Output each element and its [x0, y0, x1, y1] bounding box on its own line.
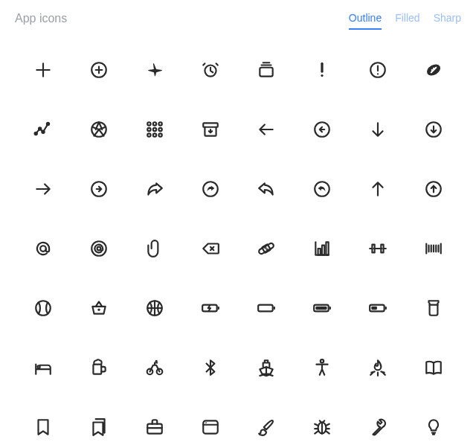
body-icon[interactable]	[300, 348, 344, 387]
arrow-redo-icon[interactable]	[132, 170, 177, 208]
aperture-icon[interactable]	[77, 110, 121, 149]
beaker-icon[interactable]	[411, 289, 456, 327]
build-icon[interactable]	[356, 408, 400, 447]
svg-point-53	[155, 360, 157, 362]
arrow-redo-circle-icon[interactable]	[188, 170, 233, 208]
arrow-down-icon[interactable]	[356, 110, 400, 149]
svg-rect-46	[315, 307, 327, 310]
arrow-back-circle-icon[interactable]	[300, 110, 344, 149]
battery-full-icon[interactable]	[300, 289, 344, 327]
svg-point-5	[376, 73, 378, 74]
american-football-icon[interactable]	[411, 51, 456, 89]
bug-icon[interactable]	[300, 408, 344, 447]
add-icon[interactable]	[21, 51, 65, 89]
briefcase-icon[interactable]	[132, 408, 177, 447]
arrow-up-icon[interactable]	[356, 170, 400, 208]
svg-rect-50	[93, 365, 101, 374]
svg-point-41	[97, 309, 100, 311]
analytics-icon[interactable]	[21, 110, 65, 149]
svg-point-57	[205, 422, 207, 423]
svg-rect-2	[260, 68, 272, 77]
bonfire-icon[interactable]	[356, 348, 400, 387]
svg-point-29	[91, 241, 106, 256]
bicycle-icon[interactable]	[132, 348, 177, 387]
tab-outline[interactable]: Outline	[349, 12, 382, 30]
add-circle-icon[interactable]	[77, 51, 121, 89]
bookmarks-icon[interactable]	[77, 408, 121, 447]
barcode-icon[interactable]	[411, 229, 456, 268]
at-icon[interactable]	[21, 229, 65, 268]
bluetooth-icon[interactable]	[188, 348, 233, 387]
svg-point-3	[321, 74, 323, 77]
book-icon[interactable]	[411, 348, 456, 387]
style-tabs: Outline Filled Sharp	[349, 12, 461, 30]
svg-point-49	[37, 365, 39, 368]
svg-point-14	[158, 122, 161, 125]
icon-grid	[15, 51, 461, 447]
basket-icon[interactable]	[77, 289, 121, 327]
svg-point-28	[40, 246, 46, 252]
arrow-back-icon[interactable]	[244, 110, 289, 149]
svg-point-13	[152, 122, 155, 125]
brush-icon[interactable]	[244, 408, 289, 447]
browser-icon[interactable]	[188, 408, 233, 447]
bulb-icon[interactable]	[411, 408, 456, 447]
alarm-icon[interactable]	[188, 51, 233, 89]
svg-point-54	[320, 359, 323, 362]
svg-point-15	[147, 128, 150, 131]
apps-icon[interactable]	[132, 110, 177, 149]
bar-chart-icon[interactable]	[300, 229, 344, 268]
svg-point-10	[46, 123, 48, 125]
barbell-icon[interactable]	[356, 229, 400, 268]
backspace-icon[interactable]	[188, 229, 233, 268]
bandage-icon[interactable]	[244, 229, 289, 268]
svg-point-34	[266, 249, 267, 250]
svg-point-9	[42, 131, 44, 133]
svg-rect-56	[203, 420, 218, 433]
arrow-undo-circle-icon[interactable]	[300, 170, 344, 208]
svg-point-17	[158, 128, 161, 131]
svg-point-20	[158, 133, 161, 136]
header: App icons Outline Filled Sharp	[15, 12, 461, 30]
svg-rect-36	[322, 246, 324, 255]
battery-dead-icon[interactable]	[244, 289, 289, 327]
tab-filled[interactable]: Filled	[395, 12, 419, 30]
svg-rect-48	[371, 307, 377, 310]
bed-icon[interactable]	[21, 348, 65, 387]
svg-rect-21	[203, 123, 218, 127]
svg-point-12	[147, 122, 150, 125]
arrow-undo-icon[interactable]	[244, 170, 289, 208]
alert-icon[interactable]	[300, 51, 344, 89]
airplane-icon[interactable]	[132, 51, 177, 89]
battery-charging-icon[interactable]	[188, 289, 233, 327]
arrow-forward-circle-icon[interactable]	[77, 170, 121, 208]
boat-icon[interactable]	[244, 348, 289, 387]
svg-rect-35	[318, 249, 320, 255]
svg-point-19	[152, 133, 155, 136]
baseball-icon[interactable]	[21, 289, 65, 327]
archive-icon[interactable]	[188, 110, 233, 149]
svg-point-16	[152, 128, 155, 131]
bookmark-icon[interactable]	[21, 408, 65, 447]
section-title: App icons	[15, 12, 67, 25]
arrow-up-circle-icon[interactable]	[411, 170, 456, 208]
albums-icon[interactable]	[244, 51, 289, 89]
svg-point-33	[265, 247, 266, 248]
beer-icon[interactable]	[77, 348, 121, 387]
basketball-icon[interactable]	[132, 289, 177, 327]
attach-icon[interactable]	[132, 229, 177, 268]
svg-rect-37	[326, 242, 328, 255]
battery-half-icon[interactable]	[356, 289, 400, 327]
svg-point-8	[39, 127, 41, 129]
svg-point-7	[34, 132, 36, 135]
arrow-forward-icon[interactable]	[21, 170, 65, 208]
at-circle-icon[interactable]	[77, 229, 121, 268]
svg-rect-55	[147, 424, 162, 434]
tab-sharp[interactable]: Sharp	[434, 12, 461, 30]
arrow-down-circle-icon[interactable]	[411, 110, 456, 149]
svg-point-18	[147, 133, 150, 136]
svg-rect-44	[258, 305, 273, 312]
alert-circle-icon[interactable]	[356, 51, 400, 89]
